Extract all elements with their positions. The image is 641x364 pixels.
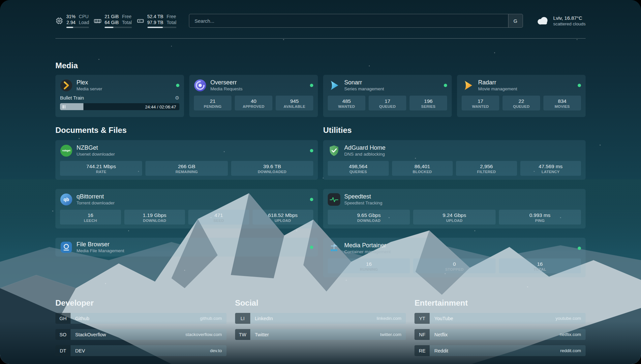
speedtest-icon [328,193,340,206]
stat-remaining: 266 GB REMAINING [145,161,228,176]
bookmark-url: linkedin.com [377,316,401,321]
disk-free: 52.4 TB [147,14,164,19]
stat-filtered: 2,956 FILTERED [456,161,517,176]
stat-queries: 498,564 QUERIES [328,161,389,176]
bookmark-name: LinkedIn [255,316,273,321]
bookmark-dev[interactable]: DT DEV dev.to [55,345,227,356]
service-card-adguard[interactable]: AdGuard Home DNS and adblocking 498,564 … [323,140,586,180]
overseerr-icon [194,79,206,92]
stat-upload: 618.52 Mbps UPLOAD [253,210,314,225]
section-title-documents: Documents & Files [55,126,318,135]
memory-icon [94,17,102,25]
service-subtitle: Media Requests [210,86,243,92]
bookmark-name: Reddit [434,348,448,353]
service-card-nzbget[interactable]: nzbget NZBGet Usenet downloader 744.21 M… [55,140,318,180]
service-subtitle: Media server [76,86,102,92]
stat-downloaded: 39.6 TB DOWNLOADED [231,161,313,176]
cpu-chip-icon [55,17,63,25]
stat-movies: 834 MOVIES [543,96,581,110]
status-dot [310,84,313,87]
memory-usage-bar [105,27,132,28]
bookmarks-entertainment: Entertainment YT YouTube youtube.com NF … [414,298,586,356]
memory-free-label: Free [122,14,132,19]
bookmark-reddit[interactable]: RE Reddit reddit.com [414,345,586,356]
bookmark-url: stackoverflow.com [185,332,222,337]
bookmark-abbr: LI [235,313,250,324]
bookmark-linkedin[interactable]: LI LinkedIn linkedin.com [235,313,406,324]
bookmark-name: StackOverflow [75,332,106,337]
service-card-filebrowser[interactable]: File Browser Media File Management [55,238,318,257]
service-card-plex[interactable]: Plex Media server Bullet Train ⚙ 24:44 /… [55,75,184,117]
disk-total: 97.9 TB [147,20,164,25]
search-bar: G [189,14,523,28]
service-card-overseerr[interactable]: Overseerr Media Requests 21 PENDING 40 A… [189,75,318,117]
service-name: Radarr [478,79,517,86]
service-subtitle: DNS and adblocking [344,151,385,157]
bookmark-name: DEV [75,348,85,353]
service-card-portainer[interactable]: Media Portainer Container management 16 … [323,238,586,277]
now-playing-title: Bullet Train [60,95,84,101]
bookmark-stackoverflow[interactable]: SO StackOverflow stackoverflow.com [55,329,227,340]
service-name: Plex [76,79,102,86]
bookmark-abbr: NF [414,329,430,340]
service-name: Sonarr [344,79,384,86]
pause-icon [63,105,65,108]
cpu-label: CPU [79,14,89,19]
stat-download: 1.19 Gbps DOWNLOAD [124,210,185,225]
section-title-social: Social [235,298,406,308]
bookmark-url: reddit.com [560,348,581,353]
search-input[interactable] [189,14,508,27]
section-title-entertainment: Entertainment [414,298,586,308]
stat-wanted: 485 WANTED [328,96,365,110]
stat-queued: 22 QUEUED [503,96,540,110]
bookmark-youtube[interactable]: YT YouTube youtube.com [414,313,586,324]
status-dot [176,84,179,87]
cpu-load: 2.94 [66,20,76,25]
adguard-shield-icon [328,144,340,157]
gear-icon[interactable]: ⚙ [175,95,179,101]
bookmark-url: dev.to [210,348,222,353]
search-provider-button[interactable]: G [508,14,523,27]
service-card-radarr[interactable]: Radarr Movie management 17 WANTED 22 QUE… [457,75,586,117]
media-grid: Plex Media server Bullet Train ⚙ 24:44 /… [55,75,586,117]
stat-ping: 0.993 ms PING [499,210,581,225]
bookmark-url: github.com [200,316,222,321]
service-name: Speedtest [344,193,382,200]
service-name: NZBGet [76,144,115,151]
stat-upload: 9.24 Gbps UPLOAD [413,210,495,225]
stat-pending: 21 PENDING [194,96,231,110]
stat-blocked: 86,401 BLOCKED [392,161,453,176]
bookmarks-developer: Developer GH Github github.com SO StackO… [55,298,227,356]
service-card-qbittorrent[interactable]: qb qBittorrent Torrent downloader 16 [55,189,318,228]
service-name: Overseerr [210,79,243,86]
portainer-crane-icon [328,242,340,255]
disk-usage-bar [147,27,176,28]
bookmark-url: netflix.com [560,332,581,337]
bookmark-twitter[interactable]: TW Twitter twitter.com [235,329,406,340]
service-name: qBittorrent [76,193,115,200]
documents-column: Documents & Files nzbget NZBGet Usenet d… [55,126,318,257]
disk-total-label: Total [167,20,176,25]
service-name: AdGuard Home [344,144,385,151]
memory-total-label: Total [122,20,132,25]
stat-latency: 47.569 ms LATENCY [520,161,581,176]
status-dot [578,84,581,87]
status-dot [310,198,313,201]
bookmark-github[interactable]: GH Github github.com [55,313,227,324]
cpu-load-label: Load [79,20,89,25]
status-dot [578,247,581,250]
section-title-developer: Developer [55,298,227,308]
bookmark-abbr: GH [55,313,71,324]
status-dot [310,149,313,152]
playback-progress-bar: 24:44 / 02:06:47 [60,103,179,110]
service-card-speedtest[interactable]: Speedtest Speedtest Tracking 9.65 Gbps D… [323,189,586,228]
plex-now-playing: Bullet Train ⚙ 24:44 / 02:06:47 [60,95,179,110]
plex-icon [60,79,73,92]
bookmark-netflix[interactable]: NF Netflix netflix.com [414,329,586,340]
service-card-sonarr[interactable]: Sonarr Series management 485 WANTED 17 Q… [323,75,452,117]
stat-queued: 17 QUEUED [369,96,406,110]
disk-icon [137,17,144,25]
service-subtitle: Series management [344,86,384,92]
bookmark-name: Github [75,316,89,321]
memory-total: 64 GiB [105,20,119,25]
